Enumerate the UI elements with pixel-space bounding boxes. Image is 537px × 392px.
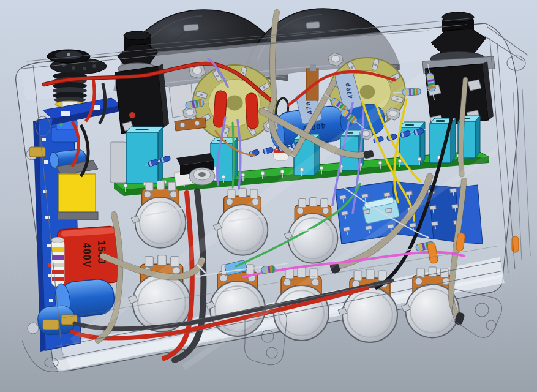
render-canvas[interactable]: 154J 400V (0, 0, 537, 392)
solder-pin-part (241, 173, 245, 177)
potentiometer-part[interactable] (228, 189, 235, 198)
power-resistor-white-part[interactable] (52, 247, 64, 252)
potentiometer-part[interactable] (288, 214, 338, 263)
fluted-power-transformer-part[interactable] (72, 66, 75, 70)
terminal-block-top-part[interactable] (60, 124, 63, 127)
potentiometer-part[interactable] (250, 189, 258, 198)
input-jack-left-part[interactable] (129, 112, 135, 118)
tube-socket-part[interactable] (360, 85, 375, 99)
tube-socket-part[interactable] (226, 96, 242, 111)
film-capacitor-teal-part[interactable] (436, 120, 445, 122)
potentiometer-part[interactable] (226, 198, 233, 205)
power-resistor-white-part[interactable] (52, 238, 64, 243)
fluted-power-transformer-part[interactable] (92, 64, 96, 68)
hex-bolt-part (186, 109, 193, 115)
switch-lugs-part-part (340, 195, 347, 199)
solder-pin-part (261, 172, 265, 175)
red-caps-part[interactable] (245, 93, 258, 129)
output-transformer-dome-left-part[interactable] (184, 24, 199, 31)
power-resistor-white-part[interactable] (52, 277, 64, 281)
power-resistor-white[interactable] (51, 238, 64, 287)
potentiometer-part[interactable] (354, 271, 362, 281)
power-resistor-white-part[interactable] (52, 255, 64, 260)
potentiometer-part[interactable] (366, 270, 374, 279)
switch-lugs-part-part (344, 227, 350, 231)
terminal-strips-part (310, 64, 316, 71)
switch-lugs-part-part (362, 194, 369, 198)
board-pads-part (49, 299, 53, 302)
fluted-power-transformer-part[interactable] (83, 67, 86, 70)
terminal-strips-part (195, 121, 200, 126)
switch-lugs-part-part (409, 195, 410, 198)
switch-lugs-part-part (450, 188, 457, 192)
potentiometer-part[interactable] (310, 198, 317, 206)
film-cap-label-2: 400V (81, 243, 92, 268)
switch-lugs-part-part (369, 230, 369, 233)
regulator-ic-part[interactable] (198, 172, 206, 177)
hex-bolt-part (389, 110, 397, 116)
potentiometer-part[interactable] (321, 198, 328, 207)
psu-transformer-yellow[interactable] (56, 160, 98, 220)
cad-viewport[interactable]: 154J 400V (0, 0, 537, 392)
potentiometer-part[interactable] (298, 268, 306, 277)
board-pads-part (44, 160, 48, 164)
film-cap-label-1: 154J (96, 240, 107, 265)
tube-socket[interactable] (193, 65, 276, 141)
solder-pin-part (124, 184, 127, 187)
hex-bolt-part (331, 56, 340, 62)
film-capacitor-teal-part[interactable] (475, 116, 480, 158)
potentiometer-part[interactable] (322, 208, 329, 214)
potentiometer-part[interactable] (342, 287, 397, 342)
terminal-strips-part (180, 123, 185, 127)
brass-standoffs-part (28, 323, 39, 334)
potentiometer-part[interactable] (429, 267, 437, 277)
switch-lugs-part-part (455, 208, 456, 212)
potentiometer-part[interactable] (441, 268, 449, 278)
potentiometer-part[interactable] (157, 181, 164, 190)
psu-transformer-yellow-part[interactable] (59, 174, 96, 213)
potentiometer-part[interactable] (146, 182, 153, 191)
switch-lugs-part-part (453, 192, 454, 196)
potentiometer-part[interactable] (158, 255, 167, 266)
switch-lugs-part-part (366, 225, 372, 230)
psu-transformer-yellow-part[interactable] (58, 212, 98, 220)
film-capacitor-teal-part[interactable] (405, 124, 414, 126)
switch-lugs-part-part (367, 214, 367, 217)
potentiometer-part[interactable] (299, 198, 306, 207)
input-jack-left-part[interactable] (124, 31, 151, 40)
switch-lugs-part-part (410, 223, 416, 227)
switch-lugs-part-part (406, 191, 413, 195)
solder-pin-part (320, 167, 323, 170)
solder-pin-part (280, 170, 284, 173)
potentiometer-part[interactable] (168, 182, 176, 191)
switch-lugs-part-part (384, 192, 391, 197)
potentiometer-part[interactable] (239, 188, 246, 197)
film-capacitor-teal-part[interactable] (158, 127, 163, 184)
film-capacitor-teal-part[interactable] (126, 132, 158, 184)
fluted-power-transformer-part[interactable] (61, 111, 70, 116)
potentiometer-part[interactable] (285, 269, 293, 279)
potentiometer-part[interactable] (284, 279, 291, 286)
potentiometer-part[interactable] (170, 191, 177, 198)
hex-bolt-part (192, 67, 201, 74)
regulator-ic[interactable] (174, 153, 218, 186)
potentiometer-part[interactable] (274, 285, 329, 341)
brass-standoffs-part (29, 147, 45, 157)
gray-box-cap[interactable] (110, 142, 126, 183)
solder-pin-part (418, 157, 421, 161)
output-transformer-dome-right-part[interactable] (306, 21, 320, 29)
fluted-power-transformer-part[interactable] (67, 53, 70, 56)
switch-lugs-part-part (345, 215, 345, 219)
potentiometer-part[interactable] (220, 274, 227, 282)
green-wire[interactable] (233, 123, 234, 187)
potentiometer-part[interactable] (415, 277, 422, 285)
film-capacitor-teal-part[interactable] (136, 129, 149, 130)
switch-lugs-part-part (387, 197, 388, 200)
solder-pin-part (398, 159, 402, 163)
potentiometer-part[interactable] (135, 197, 186, 248)
potentiometer-part[interactable] (145, 257, 154, 267)
potentiometer-part[interactable] (144, 191, 151, 198)
potentiometer-part[interactable] (297, 208, 304, 214)
film-capacitor-teal[interactable] (126, 127, 163, 184)
potentiometer-part[interactable] (378, 271, 386, 281)
